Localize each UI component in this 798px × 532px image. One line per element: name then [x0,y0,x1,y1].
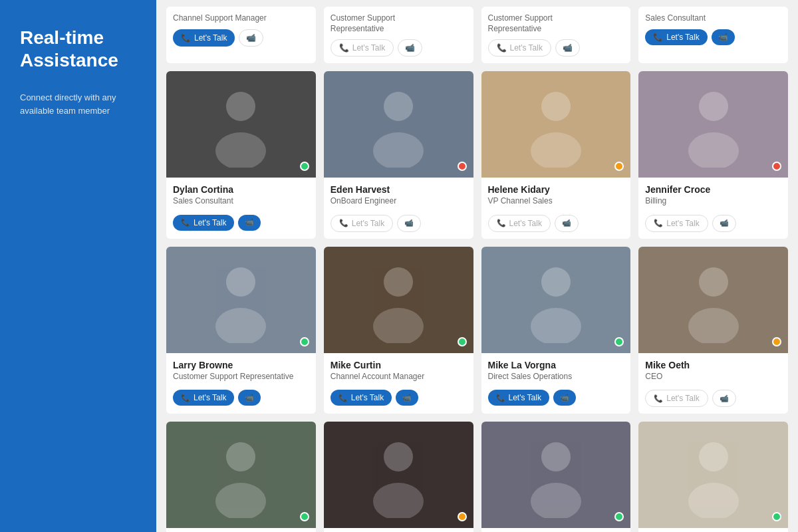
status-dot-3 [772,162,781,171]
talk-button-partial-1[interactable]: 📞 Let's Talk [331,39,394,57]
talk-button-partial-3[interactable]: 📞 Let's Talk [645,29,707,45]
talk-button-2[interactable]: 📞 Let's Talk [488,215,551,232]
card-name-0: Dylan Cortina [173,184,309,195]
phone-icon: 📞 [496,394,505,402]
svg-point-7 [688,132,739,168]
card-actions-6: 📞 Let's Talk 📹 [481,390,631,412]
partial-card-2: Customer SupportRepresentative 📞 Let's T… [481,7,631,63]
card-info-2: Helene Kidary VP Channel Sales [481,178,631,215]
svg-point-4 [541,92,571,121]
video-icon: 📹 [562,219,571,227]
svg-point-0 [226,92,255,121]
card-actions-3: 📞 Let's Talk 📹 [638,215,788,239]
talk-button-3[interactable]: 📞 Let's Talk [645,215,708,232]
card-photo-10 [481,422,631,528]
video-button-partial-0[interactable]: 📹 [239,29,263,47]
video-button-5[interactable]: 📹 [396,390,418,406]
talk-button-partial-2[interactable]: 📞 Let's Talk [488,39,551,57]
video-icon: 📹 [720,394,729,403]
card-info-11: Rachelle Solomon [638,528,788,532]
card-photo-4 [166,247,316,353]
svg-point-15 [688,308,739,343]
video-icon: 📹 [245,394,254,402]
card-role-3: Billing [645,196,781,207]
card-photo-3 [638,71,788,178]
status-dot-5 [458,337,467,346]
phone-icon: 📞 [339,219,348,227]
talk-button-5[interactable]: 📞 Let's Talk [331,390,392,406]
video-icon: 📹 [560,394,569,402]
svg-point-9 [215,308,266,343]
card-name-4: Larry Browne [173,360,309,370]
video-button-6[interactable]: 📹 [553,390,576,406]
team-card-9: Mily Rahman 📞 Let's Talk 📹 [324,422,473,532]
video-icon: 📹 [563,43,573,53]
talk-button-0[interactable]: 📞 Let's Talk [173,215,234,231]
card-name-2: Helene Kidary [488,184,624,195]
talk-button-1[interactable]: 📞 Let's Talk [331,215,393,232]
card-name-7: Mike Oeth [645,360,781,370]
phone-icon: 📞 [497,219,506,227]
phone-icon: 📞 [181,394,190,402]
partial-actions-3: 📞 Let's Talk 📹 [645,29,781,45]
video-button-partial-1[interactable]: 📹 [398,39,422,57]
talk-button-partial-0[interactable]: 📞 Let's Talk [173,29,235,47]
status-dot-10 [614,512,624,521]
card-info-6: Mike La Vorgna Direct Sales Operations [481,353,631,390]
video-button-partial-3[interactable]: 📹 [712,29,735,45]
partial-role-2: Customer SupportRepresentative [488,13,624,34]
svg-point-8 [226,267,255,297]
card-info-3: Jennifer Croce Billing [638,178,788,215]
svg-point-18 [384,442,413,471]
phone-icon: 📞 [654,219,663,227]
card-actions-0: 📞 Let's Talk 📹 [166,215,316,237]
svg-point-13 [531,308,581,343]
phone-icon: 📞 [339,43,349,53]
video-icon: 📹 [404,219,414,227]
svg-point-10 [384,267,413,297]
card-info-1: Eden Harvest OnBoard Engineer [324,178,473,215]
svg-point-16 [226,442,255,471]
svg-point-20 [541,442,571,471]
card-info-4: Larry Browne Customer Support Representa… [166,353,316,390]
video-button-4[interactable]: 📹 [238,390,261,406]
team-card-0: Dylan Cortina Sales Consultant 📞 Let's T… [166,71,316,239]
talk-button-6[interactable]: 📞 Let's Talk [488,390,549,406]
phone-icon: 📞 [181,218,190,227]
team-card-7: Mike Oeth CEO 📞 Let's Talk 📹 [638,247,788,414]
video-button-3[interactable]: 📹 [712,215,736,232]
card-name-5: Mike Curtin [331,360,467,370]
team-card-1: Eden Harvest OnBoard Engineer 📞 Let's Ta… [324,71,473,239]
team-card-5: Mike Curtin Channel Account Manager 📞 Le… [324,247,473,414]
partial-role-0: Channel Support Manager [173,13,309,24]
card-role-0: Sales Consultant [173,196,309,207]
svg-point-17 [215,483,266,518]
main-content: Channel Support Manager 📞 Let's Talk 📹 C… [156,0,798,532]
sidebar-title: Real-time Assistance [20,27,136,71]
video-button-0[interactable]: 📹 [238,215,261,231]
phone-icon: 📞 [497,43,507,53]
partial-role-1: Customer SupportRepresentative [331,13,467,34]
card-info-9: Mily Rahman [324,528,473,532]
video-button-1[interactable]: 📹 [397,215,421,232]
card-photo-0 [166,71,316,178]
card-photo-1 [324,71,473,178]
video-button-partial-2[interactable]: 📹 [555,39,580,57]
team-card-11: Rachelle Solomon 📞 Let's Talk 📹 [638,422,788,532]
card-photo-7 [638,247,788,353]
svg-point-6 [699,92,728,121]
partial-card-1: Customer SupportRepresentative 📞 Let's T… [324,7,473,63]
card-role-4: Customer Support Representative [173,372,309,382]
talk-button-7[interactable]: 📞 Let's Talk [645,390,708,407]
video-button-2[interactable]: 📹 [555,215,579,232]
svg-point-12 [541,267,571,297]
video-icon: 📹 [405,43,415,53]
phone-icon: 📞 [338,394,348,402]
card-name-1: Eden Harvest [331,184,467,195]
video-icon: 📹 [718,33,728,42]
video-button-7[interactable]: 📹 [712,390,736,407]
card-actions-1: 📞 Let's Talk 📹 [324,215,473,239]
card-photo-5 [324,247,473,353]
talk-button-4[interactable]: 📞 Let's Talk [173,390,234,406]
partial-card-0: Channel Support Manager 📞 Let's Talk 📹 [166,7,316,63]
